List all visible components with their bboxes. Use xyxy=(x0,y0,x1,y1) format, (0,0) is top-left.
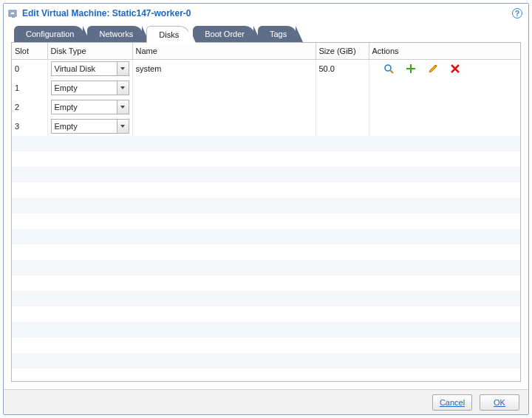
view-icon[interactable] xyxy=(383,63,395,75)
disks-table: Slot Disk Type Name Size (GiB) Actions 0… xyxy=(12,43,520,136)
table-row[interactable]: 3 Empty xyxy=(12,117,520,136)
cell-disk-type: Virtual Disk xyxy=(47,59,132,78)
disk-type-value: Empty xyxy=(55,122,78,131)
cell-disk-type: Empty xyxy=(47,117,132,136)
tab-boot-order[interactable]: Boot Order xyxy=(193,26,255,42)
tabs: Configuration Networks Disks Boot Order … xyxy=(11,26,521,42)
col-slot[interactable]: Slot xyxy=(12,43,47,59)
cell-disk-type: Empty xyxy=(47,97,132,117)
tab-label: Networks xyxy=(99,30,133,38)
disk-type-select[interactable]: Virtual Disk xyxy=(51,61,129,76)
svg-rect-6 xyxy=(406,68,415,69)
chevron-down-icon xyxy=(117,81,129,95)
dialog-content: Configuration Networks Disks Boot Order … xyxy=(4,23,528,382)
cell-disk-type: Empty xyxy=(47,78,132,97)
table-row[interactable]: 0 Virtual Disk system 50.0 xyxy=(12,59,520,78)
disk-type-value: Empty xyxy=(55,103,78,112)
table-row[interactable]: 2 Empty xyxy=(12,97,520,117)
tab-networks[interactable]: Networks xyxy=(87,26,143,42)
cell-slot: 1 xyxy=(12,78,47,97)
tab-disks[interactable]: Disks xyxy=(146,26,190,43)
svg-line-4 xyxy=(390,70,393,73)
svg-rect-2 xyxy=(12,16,15,18)
dialog-title: Edit Virtual Machine: Static147-worker-0 xyxy=(22,8,191,18)
col-actions[interactable]: Actions xyxy=(369,43,520,59)
cell-name xyxy=(132,117,316,136)
disk-type-value: Virtual Disk xyxy=(55,64,95,73)
cell-slot: 3 xyxy=(12,117,47,136)
tab-label: Configuration xyxy=(26,30,74,38)
svg-point-3 xyxy=(385,65,391,71)
disks-grid: Slot Disk Type Name Size (GiB) Actions 0… xyxy=(11,42,521,382)
add-icon[interactable] xyxy=(405,63,417,75)
tab-configuration[interactable]: Configuration xyxy=(14,26,84,42)
tab-label: Disks xyxy=(159,30,179,39)
tab-label: Tags xyxy=(270,30,287,38)
chevron-down-icon xyxy=(117,62,129,75)
cell-size xyxy=(316,117,369,136)
cell-name: system xyxy=(132,59,316,78)
edit-vm-dialog: Edit Virtual Machine: Static147-worker-0… xyxy=(3,3,529,415)
disk-type-select[interactable]: Empty xyxy=(51,80,129,95)
cell-size xyxy=(316,97,369,117)
svg-rect-1 xyxy=(10,12,15,15)
help-icon[interactable]: ? xyxy=(512,8,522,18)
cell-name xyxy=(132,97,316,117)
disk-type-value: Empty xyxy=(55,83,78,92)
cell-actions xyxy=(369,59,520,78)
cancel-button[interactable]: Cancel xyxy=(432,394,472,411)
chevron-down-icon xyxy=(117,120,129,133)
table-header-row: Slot Disk Type Name Size (GiB) Actions xyxy=(12,43,520,59)
col-disk-type[interactable]: Disk Type xyxy=(47,43,132,59)
ok-button[interactable]: OK xyxy=(480,394,519,411)
empty-rows-fill xyxy=(12,136,520,381)
tab-label: Boot Order xyxy=(205,30,245,38)
cell-actions xyxy=(369,78,520,97)
cell-size: 50.0 xyxy=(316,59,369,78)
edit-icon[interactable] xyxy=(427,63,439,75)
delete-icon[interactable] xyxy=(449,63,461,75)
vm-icon xyxy=(8,8,18,18)
disk-type-select[interactable]: Empty xyxy=(51,100,129,114)
cell-size xyxy=(316,78,369,97)
cell-name xyxy=(132,78,316,97)
titlebar: Edit Virtual Machine: Static147-worker-0… xyxy=(4,4,528,23)
tab-tags[interactable]: Tags xyxy=(258,26,297,42)
chevron-down-icon xyxy=(117,100,129,114)
dialog-footer: Cancel OK xyxy=(4,389,528,414)
col-name[interactable]: Name xyxy=(132,43,316,59)
cell-actions xyxy=(369,97,520,117)
disk-type-select[interactable]: Empty xyxy=(51,119,129,134)
col-size[interactable]: Size (GiB) xyxy=(316,43,369,59)
cell-slot: 0 xyxy=(12,59,47,78)
table-row[interactable]: 1 Empty xyxy=(12,78,520,97)
cell-actions xyxy=(369,117,520,136)
cell-slot: 2 xyxy=(12,97,47,117)
